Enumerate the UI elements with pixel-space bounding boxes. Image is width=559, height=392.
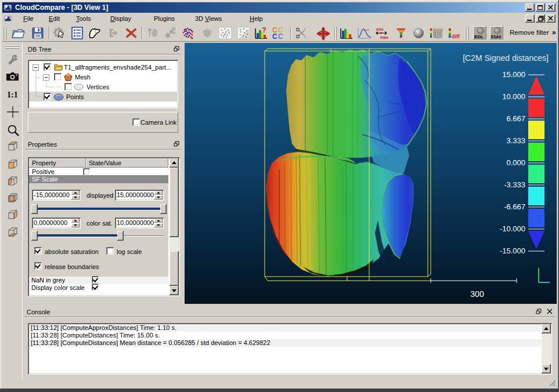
svg-text:-15.000: -15.000	[500, 246, 525, 255]
svg-text:-6.667: -6.667	[504, 202, 525, 211]
svg-text:EDL: EDL	[474, 34, 484, 39]
svg-text:1: 1	[94, 29, 96, 33]
svg-text:C: C	[272, 32, 277, 40]
svg-text:10.000: 10.000	[502, 92, 525, 101]
svg-text:C: C	[278, 32, 283, 40]
svg-text:15.000: 15.000	[502, 70, 525, 79]
svg-text:3.333: 3.333	[506, 136, 525, 145]
svg-text:min: min	[376, 27, 383, 31]
svg-text:?: ?	[262, 26, 266, 34]
svg-text:-3.333: -3.333	[504, 180, 525, 189]
svg-text:SSA0: SSA0	[491, 35, 501, 39]
svg-text:1:1: 1:1	[7, 90, 18, 99]
svg-text:0.000: 0.000	[506, 158, 525, 167]
svg-text:6.667: 6.667	[506, 114, 525, 123]
svg-text:max: max	[380, 35, 388, 39]
svg-text:μ,σ: μ,σ	[364, 28, 369, 31]
svg-text:diff: diff	[452, 34, 460, 39]
svg-text:-10.000: -10.000	[500, 224, 525, 233]
svg-text:[C2M Signed distances]: [C2M Signed distances]	[463, 53, 549, 63]
svg-text:300: 300	[470, 289, 484, 299]
